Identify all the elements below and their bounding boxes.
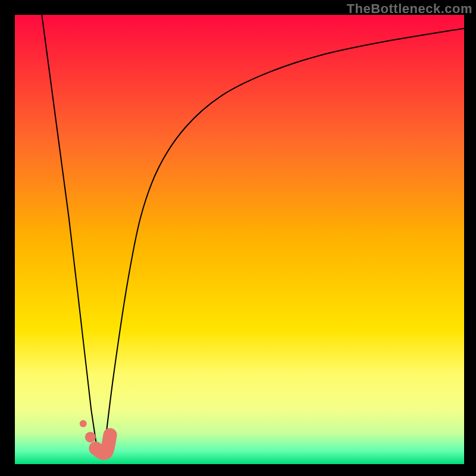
- marker-dot: [80, 420, 87, 427]
- watermark-text: TheBottleneck.com: [347, 1, 472, 17]
- bottleneck-chart: [0, 0, 476, 476]
- chart-plot-area: [15, 15, 464, 464]
- marker-dot: [85, 432, 96, 443]
